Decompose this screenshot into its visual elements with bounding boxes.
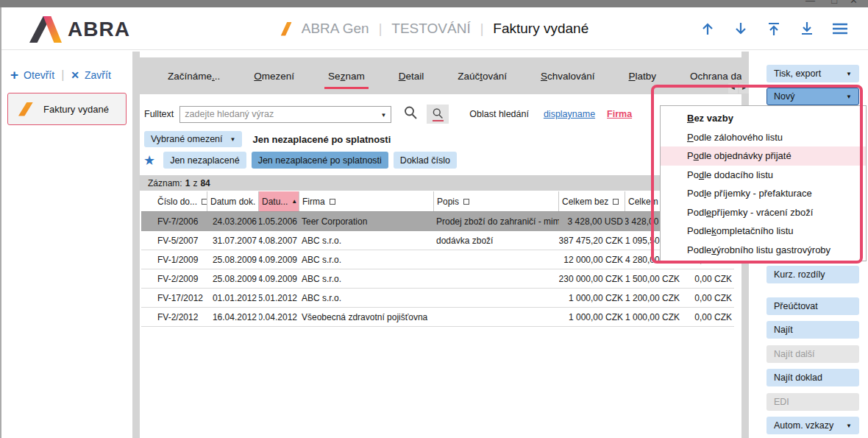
button-naj-t[interactable]: Najít: [766, 321, 859, 339]
close-icon[interactable]: ✕: [850, 0, 858, 5]
menu-item[interactable]: Podle příjemky - vrácení zboží: [661, 203, 866, 222]
app-header: ABRA ABRA Gen | TESTOVÁNÍ | Faktury vyda…: [1, 7, 868, 50]
cell: FV-2/2012: [141, 308, 207, 326]
cell: 230 000,00 CZK: [559, 269, 625, 288]
selected-restriction-name: Jen nezaplacené po splatnosti: [252, 134, 391, 145]
search-filtered-button[interactable]: [427, 105, 449, 124]
tab-scroll-left-icon[interactable]: ◄: [728, 83, 738, 93]
sidebar: + Otevřít | ✕ Zavřít Faktury vydané: [1, 52, 132, 438]
cell: [434, 289, 559, 307]
cell: 0,00 CZK: [682, 289, 734, 307]
menu-item[interactable]: Podle objednávky přijaté: [661, 146, 866, 166]
arrow-to-top-icon[interactable]: [765, 20, 783, 38]
column-header-Datum dok.[interactable]: Datum dok.: [207, 191, 259, 211]
tab-za-tov-n[interactable]: Zaúčtování: [458, 57, 507, 94]
maximize-icon[interactable]: □: [831, 0, 837, 5]
column-header-Číslo do...[interactable]: Číslo do...: [141, 191, 207, 211]
sidebar-item-faktury-vydane[interactable]: Faktury vydané: [7, 93, 127, 125]
filter-square-icon[interactable]: [202, 199, 207, 205]
cell: 387 475,20 CZK: [559, 231, 625, 250]
tab-scroll-right-icon[interactable]: ►: [739, 83, 749, 93]
column-header-Datu...[interactable]: Datu...▲: [259, 191, 299, 211]
arrow-down-icon[interactable]: [732, 20, 750, 38]
window-titlebar: — □ ✕: [0, 0, 868, 7]
scope-link-firma[interactable]: Firma: [607, 109, 632, 119]
button-nov[interactable]: Nový▼: [766, 88, 859, 105]
search-underline-mark: [433, 120, 444, 121]
cell: 3 428,00 USD: [559, 212, 625, 230]
fulltext-row: Fulltext ▼ Oblast hledání displayname Fi…: [144, 105, 632, 124]
tab-platby[interactable]: Platby: [629, 57, 657, 94]
tab-omezen[interactable]: Omezení: [254, 57, 294, 94]
tab-detail[interactable]: Detail: [399, 57, 424, 94]
close-tab-button[interactable]: ✕ Zavřít: [71, 69, 111, 81]
menu-item[interactable]: Podle příjemky - přefakturace: [661, 184, 866, 203]
filter-chip[interactable]: Doklad číslo: [394, 152, 457, 169]
agenda-slash-icon: [18, 102, 33, 116]
column-header-label: Datu...: [262, 197, 288, 207]
button-tisk-export[interactable]: Tisk, export▼: [766, 65, 859, 82]
filter-chip[interactable]: Jen nezaplacené po splatnosti: [252, 152, 388, 169]
column-header-Popis[interactable]: Popis: [434, 191, 559, 211]
restriction-row: Vybrané omezení ▼ Jen nezaplacené po spl…: [144, 131, 391, 147]
table-row[interactable]: FV-2/201216.04.20120.04.2012Všeobecná zd…: [141, 308, 734, 327]
table-row[interactable]: FV-2/200925.08.20094.09.2009ABC s.r.o.23…: [141, 269, 734, 289]
button-autom-vzkazy[interactable]: Autom. vzkazy▼: [766, 417, 859, 434]
button-p-e-tovat[interactable]: Přeúčtovat: [766, 297, 859, 315]
button-label: EDI: [774, 397, 789, 407]
cell: 0,00 CZK: [682, 308, 734, 326]
fulltext-label: Fulltext: [144, 109, 174, 119]
filter-square-icon[interactable]: [330, 199, 335, 205]
abra-slash-icon: [281, 22, 292, 36]
favorite-star-icon[interactable]: ★: [143, 152, 155, 169]
brand-text: ABRA: [68, 18, 130, 41]
menu-item[interactable]: Podle kompletačního listu: [661, 222, 866, 241]
table-row[interactable]: FV-1/200925.08.20094.09.2009ABC s.r.o.12…: [141, 250, 734, 269]
fulltext-input[interactable]: [180, 107, 391, 122]
menu-item[interactable]: Podle zálohového listu: [661, 128, 866, 147]
filter-square-icon[interactable]: [613, 199, 619, 205]
cell: FV-2/2009: [141, 269, 207, 288]
column-header-Celkem bez[interactable]: Celkem bez: [559, 191, 625, 211]
cell: 0,00 CZK: [682, 269, 734, 288]
cell: [434, 269, 559, 288]
column-header-label: Popis: [437, 197, 459, 207]
button-label: Najít další: [774, 349, 815, 359]
menu-item[interactable]: Podle výrobního listu gastrovýroby: [661, 241, 866, 260]
cell: 25.08.2009: [207, 250, 259, 269]
record-label: Záznam:: [148, 178, 182, 188]
cell: FV-1/2009: [141, 250, 207, 269]
restriction-selector[interactable]: Vybrané omezení ▼: [144, 131, 242, 147]
button-naj-t-doklad[interactable]: Najít doklad: [766, 369, 859, 386]
arrow-up-icon[interactable]: [699, 20, 716, 38]
filter-chip[interactable]: Jen nezaplacené: [163, 152, 246, 169]
cell: 241 500,00 CZK: [625, 269, 682, 288]
cell: FV-5/2007: [141, 231, 207, 250]
menu-item[interactable]: Bez vazby: [661, 109, 866, 128]
open-button[interactable]: + Otevřít: [10, 69, 54, 81]
button-kurz-rozd-ly[interactable]: Kurz. rozdíly: [766, 266, 859, 283]
tab-za-n-me[interactable]: Začínáme...: [168, 57, 220, 94]
minimize-icon[interactable]: —: [805, 0, 815, 5]
abra-logo-icon: [29, 16, 62, 43]
tab-schvalov-n[interactable]: Schvalování: [541, 57, 595, 94]
title-separator: |: [379, 21, 383, 37]
menu-item[interactable]: Podle dodacího listu: [661, 166, 866, 185]
table-row[interactable]: FV-17/201201.01.20125.01.2012ABC s.r.o.1…: [141, 289, 734, 308]
sidebar-item-label: Faktury vydané: [43, 104, 109, 115]
hamburger-menu-icon[interactable]: [831, 20, 849, 38]
search-icon[interactable]: [403, 105, 418, 123]
filter-chips-row: ★ Jen nezaplacenéJen nezaplacené po spla…: [143, 152, 457, 169]
table-row[interactable]: FV-7/200624.03.20061.05.2006Teer Corpora…: [141, 212, 734, 231]
sort-asc-icon: ▲: [291, 198, 297, 205]
column-header-Firma[interactable]: Firma: [299, 191, 434, 211]
plus-icon: +: [10, 70, 18, 80]
scope-link-displayname[interactable]: displayname: [544, 109, 595, 119]
cell: ABC s.r.o.: [299, 289, 434, 307]
cell: 1 000,00 CZK: [559, 289, 625, 307]
column-header-label: Datum dok.: [210, 197, 255, 207]
table-row[interactable]: FV-5/200731.07.20074.08.2007ABC s.r.o.do…: [141, 231, 734, 250]
tab-seznam[interactable]: Seznam: [328, 57, 365, 94]
arrow-to-bottom-icon[interactable]: [798, 20, 816, 38]
filter-square-icon[interactable]: [463, 199, 469, 205]
